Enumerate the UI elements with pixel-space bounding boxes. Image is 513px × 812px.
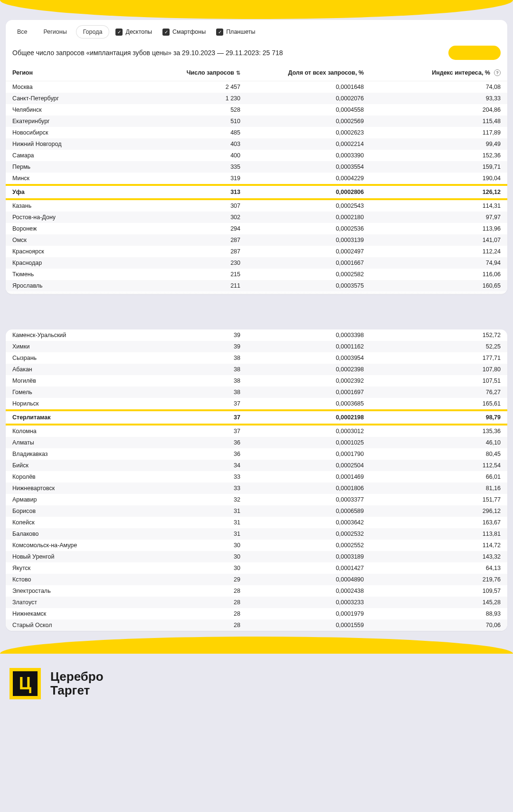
cell-index: 107,51 <box>364 377 501 384</box>
cell-share: 0,0002076 <box>240 95 364 102</box>
cell-index: 116,06 <box>364 271 501 278</box>
checkbox-label: Планшеты <box>226 29 255 35</box>
cell-requests: 32 <box>164 496 240 503</box>
cell-requests: 215 <box>164 271 240 278</box>
filter-tabbar: Все Регионы Города ✓ Десктопы ✓ Смартфон… <box>6 24 507 43</box>
cell-share: 0,0002214 <box>240 141 364 147</box>
table-row: Красноярск2870,0002497112,24 <box>6 246 507 257</box>
cell-region: Минск <box>12 175 164 182</box>
cell-index: 74,08 <box>364 84 501 90</box>
checkbox-smartphones[interactable]: ✓ Смартфоны <box>159 27 209 38</box>
help-icon[interactable]: ? <box>494 69 501 76</box>
brand-name: Церебро Таргет <box>50 670 104 697</box>
cell-region: Комсомольск-на-Амуре <box>12 542 164 549</box>
cell-requests: 1 230 <box>164 95 240 102</box>
cell-index: 152,36 <box>364 152 501 159</box>
cell-share: 0,0003554 <box>240 164 364 170</box>
col-share[interactable]: Доля от всех запросов, % <box>240 69 364 76</box>
cell-index: 190,04 <box>364 175 501 182</box>
cell-region: Нижневартовск <box>12 485 164 492</box>
cell-index: 151,77 <box>364 496 501 503</box>
cell-share: 0,0001559 <box>240 622 364 628</box>
cell-region: Владикавказ <box>12 451 164 457</box>
cell-region: Омск <box>12 237 164 243</box>
cell-share: 0,0003685 <box>240 400 364 407</box>
table-row: Коломна370,0003012135,36 <box>6 425 507 437</box>
cell-region: Самара <box>12 152 164 159</box>
cell-region: Ярославль <box>12 282 164 289</box>
card-shadow <box>6 291 507 294</box>
table-row: Уфа3130,0002806126,12 <box>6 184 507 200</box>
table-row: Кстово290,0004890219,76 <box>6 574 507 585</box>
cell-index: 165,61 <box>364 400 501 407</box>
table-row: Златоуст280,0003233145,28 <box>6 597 507 608</box>
cell-share: 0,0002180 <box>240 214 364 221</box>
tab-all[interactable]: Все <box>10 26 34 38</box>
cell-share: 0,0001806 <box>240 485 364 492</box>
table-row: Омск2870,0003139141,07 <box>6 234 507 246</box>
table-row: Электросталь280,0002438109,57 <box>6 585 507 597</box>
cell-index: 76,27 <box>364 389 501 396</box>
table-row: Комсомольск-на-Амуре300,0002552114,72 <box>6 540 507 551</box>
col-region[interactable]: Регион <box>12 69 164 76</box>
checkbox-desktops[interactable]: ✓ Десктопы <box>112 27 156 38</box>
cell-region: Кстово <box>12 576 164 583</box>
cell-index: 99,49 <box>364 141 501 147</box>
cell-index: 160,65 <box>364 282 501 289</box>
cell-index: 143,32 <box>364 553 501 560</box>
col-requests[interactable]: Число запросов ⇅ <box>164 69 240 76</box>
cell-index: 145,28 <box>364 599 501 606</box>
cell-index: 70,06 <box>364 622 501 628</box>
cell-region: Казань <box>12 203 164 209</box>
action-button[interactable] <box>448 46 501 60</box>
cell-region: Ростов-на-Дону <box>12 214 164 221</box>
cell-requests: 38 <box>164 355 240 361</box>
cell-index: 163,67 <box>364 519 501 526</box>
table-header: Регион Число запросов ⇅ Доля от всех зап… <box>6 65 507 81</box>
cell-index: 74,94 <box>364 260 501 266</box>
cell-region: Сызрань <box>12 355 164 361</box>
cell-share: 0,0004558 <box>240 106 364 113</box>
summary-text: Общее число запросов «имплантация зубов … <box>12 49 283 57</box>
table-row: Каменск-Уральский390,0003398152,72 <box>6 329 507 341</box>
cell-requests: 28 <box>164 599 240 606</box>
table-row: Казань3070,0002543114,31 <box>6 200 507 212</box>
cell-region: Воронеж <box>12 225 164 232</box>
cell-index: 66,01 <box>364 474 501 480</box>
table-row: Нижний Новгород4030,000221499,49 <box>6 138 507 150</box>
cell-share: 0,0002532 <box>240 531 364 537</box>
cell-index: 159,71 <box>364 164 501 170</box>
cell-requests: 37 <box>164 400 240 407</box>
tab-regions[interactable]: Регионы <box>37 26 74 38</box>
cell-requests: 33 <box>164 485 240 492</box>
cell-index: 107,80 <box>364 366 501 373</box>
cell-requests: 30 <box>164 553 240 560</box>
table-row: Краснодар2300,000166774,94 <box>6 257 507 269</box>
cell-requests: 30 <box>164 565 240 571</box>
cell-index: 219,76 <box>364 576 501 583</box>
table-row: Борисов310,0006589296,12 <box>6 505 507 517</box>
cell-region: Копейск <box>12 519 164 526</box>
cell-share: 0,0003642 <box>240 519 364 526</box>
cell-requests: 313 <box>164 189 240 195</box>
table-row: Армавир320,0003377151,77 <box>6 494 507 505</box>
col-index[interactable]: Индекс интереса, % ? <box>364 69 501 76</box>
table-row: Новосибирск4850,0002623117,89 <box>6 127 507 138</box>
cell-share: 0,0002398 <box>240 366 364 373</box>
cell-requests: 510 <box>164 118 240 125</box>
cell-share: 0,0004890 <box>240 576 364 583</box>
tab-cities[interactable]: Города <box>76 26 109 38</box>
table-row: Абакан380,0002398107,80 <box>6 364 507 375</box>
table-row: Ростов-на-Дону3020,000218097,97 <box>6 212 507 223</box>
cell-region: Балаково <box>12 531 164 537</box>
table-row: Королёв330,000146966,01 <box>6 471 507 483</box>
cell-region: Красноярск <box>12 248 164 255</box>
cell-region: Якутск <box>12 565 164 571</box>
cell-requests: 29 <box>164 576 240 583</box>
cell-share: 0,0001427 <box>240 565 364 571</box>
checkbox-tablets[interactable]: ✓ Планшеты <box>212 27 259 38</box>
check-icon: ✓ <box>216 29 223 36</box>
cell-requests: 528 <box>164 106 240 113</box>
table-row: Челябинск5280,0004558204,86 <box>6 104 507 116</box>
cell-share: 0,0003398 <box>240 332 364 338</box>
